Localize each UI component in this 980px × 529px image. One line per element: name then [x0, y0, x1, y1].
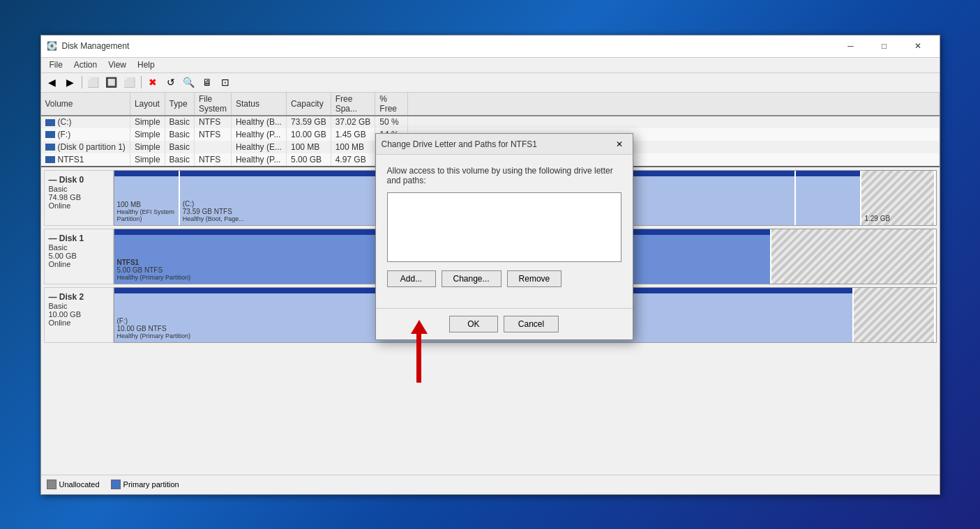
- add-button[interactable]: Add...: [387, 270, 436, 287]
- dialog-title-bar: Change Drive Letter and Paths for NTFS1 …: [376, 134, 633, 155]
- arrow-shaft: [416, 334, 421, 383]
- modal-overlay: Change Drive Letter and Paths for NTFS1 …: [41, 36, 940, 494]
- dialog-listbox[interactable]: [387, 192, 621, 262]
- dialog-close-button[interactable]: ✕: [612, 137, 627, 152]
- cancel-button[interactable]: Cancel: [504, 316, 559, 332]
- change-drive-letter-dialog: Change Drive Letter and Paths for NTFS1 …: [375, 133, 633, 340]
- dialog-action-buttons: Add... Change... Remove: [387, 270, 621, 287]
- disk-management-window: 💽 Disk Management ─ □ ✕ File Action View…: [40, 35, 940, 495]
- remove-button[interactable]: Remove: [507, 270, 562, 287]
- change-button[interactable]: Change...: [442, 270, 502, 287]
- ok-button[interactable]: OK: [449, 316, 498, 332]
- red-arrow: [411, 320, 428, 383]
- dialog-description: Allow access to this volume by using the…: [387, 166, 621, 185]
- arrow-head: [411, 320, 428, 334]
- dialog-title: Change Drive Letter and Paths for NTFS1: [382, 139, 612, 149]
- dialog-body: Allow access to this volume by using the…: [376, 155, 633, 308]
